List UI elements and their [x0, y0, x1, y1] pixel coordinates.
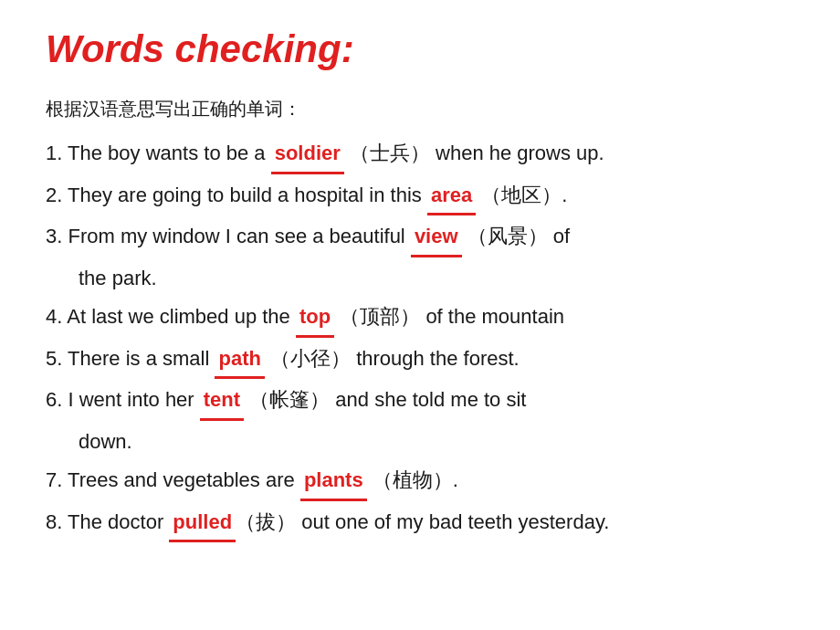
sentence-3: 3. From my window I can see a beautiful …	[46, 219, 794, 257]
sentence-8: 8. The doctor pulled（拔） out one of my ba…	[46, 505, 794, 543]
sentence-3-continuation: the park.	[46, 261, 794, 297]
sentence-7: 7. Trees and vegetables are plants （植物）.	[46, 463, 794, 501]
sentence-6-text-before: I went into her	[68, 388, 199, 411]
sentence-8-text-before: The doctor	[68, 510, 169, 533]
sentence-3-answer: view	[411, 219, 462, 257]
sentence-3-hint: （风景） of	[462, 225, 571, 247]
sentence-6-answer: tent	[200, 383, 244, 421]
sentence-6: 6. I went into her tent （帐篷） and she tol…	[46, 383, 794, 421]
sentence-4-text-before: At last we climbed up the	[67, 305, 296, 328]
sentence-6-hint: （帐篷） and she told me to sit	[244, 388, 526, 411]
sentence-6-number: 6.	[46, 388, 62, 411]
sentence-1-answer: soldier	[271, 136, 344, 174]
sentence-2: 2. They are going to build a hospital in…	[46, 178, 794, 216]
sentence-4-hint: （顶部） of the mountain	[334, 305, 564, 328]
sentence-3-number: 3.	[46, 225, 62, 247]
sentence-4: 4. At last we climbed up the top （顶部） of…	[46, 299, 794, 338]
sentence-2-answer: area	[427, 178, 476, 216]
sentence-3-text-before: From my window I can see a beautiful	[68, 225, 410, 247]
sentence-4-number: 4.	[46, 305, 62, 328]
sentence-1-text-before: The boy wants to be a	[68, 142, 271, 164]
sentence-1-hint: （士兵） when he grows up.	[344, 142, 604, 164]
sentence-5-hint: （小径） through the forest.	[265, 347, 520, 370]
sentence-7-number: 7.	[46, 468, 62, 491]
sentence-7-text-before: Trees and vegetables are	[68, 468, 300, 491]
title: Words checking:	[46, 27, 794, 71]
sentence-5-number: 5.	[46, 347, 62, 370]
sentence-2-number: 2.	[46, 184, 62, 206]
instructions: 根据汉语意思写出正确的单词：	[46, 97, 794, 121]
sentence-8-number: 8.	[46, 510, 62, 533]
sentence-5-text-before: There is a small	[68, 347, 215, 370]
sentence-8-hint: （拔） out one of my bad teeth yesterday.	[236, 510, 609, 533]
sentence-5-answer: path	[215, 341, 264, 380]
sentence-4-answer: top	[296, 299, 334, 338]
sentence-5: 5. There is a small path （小径） through th…	[46, 341, 794, 380]
sentence-1: 1. The boy wants to be a soldier （士兵） wh…	[46, 136, 794, 174]
sentence-list: 1. The boy wants to be a soldier （士兵） wh…	[46, 136, 794, 542]
sentence-1-number: 1.	[46, 142, 62, 164]
sentence-7-answer: plants	[300, 463, 367, 501]
sentence-2-hint: （地区）.	[476, 184, 567, 206]
sentence-6-continuation: down.	[46, 425, 794, 460]
sentence-8-answer: pulled	[169, 505, 236, 543]
sentence-2-text-before: They are going to build a hospital in th…	[68, 184, 427, 206]
sentence-7-hint: （植物）.	[367, 468, 458, 491]
